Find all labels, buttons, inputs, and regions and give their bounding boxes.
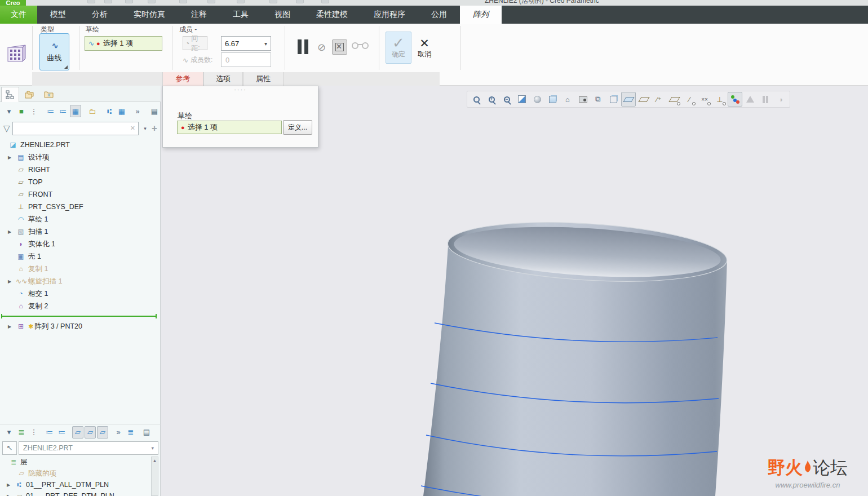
shading-style-button[interactable]	[530, 92, 544, 107]
expand-arrow-icon[interactable]: ▶	[8, 324, 16, 329]
display-style-button[interactable]	[545, 92, 560, 107]
point-display-toggle[interactable]: ××	[697, 92, 712, 107]
search-dropdown-arrow[interactable]: ▾	[141, 122, 149, 135]
plane-tag-display-toggle[interactable]	[667, 92, 681, 107]
tab-live-sim[interactable]: 实时仿真	[121, 6, 178, 24]
panel-sketch-collector[interactable]: ● 选择 1 项	[177, 121, 282, 134]
layer-root[interactable]: ≣ 层	[0, 457, 152, 468]
expand-arrow-icon[interactable]: ▶	[7, 482, 14, 488]
layer-collapse-all[interactable]: ≔	[56, 426, 68, 439]
collapse-all-button[interactable]: ≔	[57, 105, 69, 117]
layers-stack-icon[interactable]: ≣	[16, 426, 27, 439]
quick-access-icon[interactable]	[179, 0, 187, 3]
no-preview-icon[interactable]: ⊘	[317, 41, 326, 54]
pause-display-button[interactable]	[758, 92, 773, 107]
tree-item-sketch1[interactable]: ◠ 草绘 1	[0, 213, 160, 225]
csys-display-toggle[interactable]: ⊥	[712, 92, 727, 107]
zoom-refit-button[interactable]	[469, 92, 484, 107]
tab-model[interactable]: 模型	[37, 6, 79, 24]
layer-scrollbar[interactable]: ▲	[151, 457, 158, 496]
tree-item-intersect1[interactable]: ◔ 相交 1	[0, 287, 160, 300]
expand-arrow-icon[interactable]: ▶	[8, 155, 16, 160]
zoom-out-button[interactable]: −	[499, 92, 514, 107]
layer-def-dtm-pln[interactable]: ▶ ▱ 01___PRT_DEF_DTM_PLN	[0, 490, 152, 496]
pattern-type-icon[interactable]	[5, 43, 27, 65]
previous-view-button[interactable]: ◑	[773, 92, 788, 107]
spin-center-toggle[interactable]	[728, 92, 742, 107]
scope-dropdown-arrow[interactable]: ▾	[151, 445, 154, 451]
layer-hidden-toggle[interactable]: ▱	[97, 426, 108, 439]
tree-item-csys[interactable]: ⊥ PRT_CSYS_DEF	[0, 201, 160, 213]
perspective-view-button[interactable]	[606, 92, 621, 107]
layer-show-toggle[interactable]: ▱	[72, 426, 83, 439]
view-normal-button[interactable]: ⧉	[591, 92, 605, 107]
define-button[interactable]: 定义...	[283, 120, 312, 135]
select-cursor-icon[interactable]: ↖	[2, 441, 17, 455]
favorites-tab[interactable]: ✳	[39, 87, 57, 102]
saved-orientations-button[interactable]: ⌂	[560, 92, 575, 107]
expand-all-button[interactable]: ≔	[45, 105, 56, 117]
tree-table-button[interactable]: ▦	[116, 105, 127, 117]
clear-search-icon[interactable]: ✕	[130, 125, 135, 132]
expand-arrow-icon[interactable]: ▶	[8, 229, 16, 234]
show-cube-icon[interactable]: ■	[16, 105, 27, 117]
layer-hidden-items[interactable]: ▱ 隐藏的项	[0, 468, 152, 479]
tab-references[interactable]: 参考	[162, 72, 203, 86]
expand-arrow-icon[interactable]: ▶	[8, 279, 16, 284]
repaint-button[interactable]	[515, 92, 529, 107]
tab-options[interactable]: 选项	[203, 72, 243, 86]
plane-display-toggle[interactable]	[621, 92, 636, 107]
tree-filter-button[interactable]: ⑆	[104, 105, 115, 117]
panel-drag-handle[interactable]: ····	[163, 86, 318, 93]
layer-expand-all[interactable]: ≔	[44, 426, 55, 439]
tab-view[interactable]: 视图	[262, 6, 303, 24]
layer-settings-arrow[interactable]: ▾	[3, 426, 15, 439]
quick-access-icon[interactable]	[269, 0, 277, 3]
quick-access-icon[interactable]	[87, 0, 95, 3]
layer-list-button[interactable]: ≣	[125, 426, 136, 439]
tree-item-solidify1[interactable]: ◗ 实体化 1	[0, 238, 160, 250]
axis-display-toggle[interactable]: ⁄	[682, 92, 697, 107]
tab-flexible-modeling[interactable]: 柔性建模	[303, 6, 361, 24]
tree-item-top[interactable]: ▱ TOP	[0, 176, 160, 188]
datum-tag-display-button[interactable]: ⁄⁺	[652, 92, 666, 107]
tree-item-sweep1[interactable]: ▶ ▧ 扫描 1	[0, 225, 160, 238]
tree-item-copy1-suppressed[interactable]: ⌂ 复制 1	[0, 263, 160, 275]
tree-root[interactable]: ◪ ZHENLIE2.PRT	[0, 139, 160, 151]
quick-access-icon[interactable]	[104, 0, 112, 3]
tab-annotate[interactable]: 注释	[178, 6, 220, 24]
tab-applications[interactable]: 应用程序	[361, 6, 418, 24]
layer-all-dtm-pln[interactable]: ▶ ⑆ 01__PRT_ALL_DTM_PLN	[0, 479, 152, 490]
folder-browser-tab[interactable]	[20, 87, 38, 102]
tab-analysis[interactable]: 分析	[79, 6, 121, 24]
add-filter-button[interactable]: +	[152, 123, 157, 134]
toolbar-overflow-button[interactable]: »	[132, 105, 143, 117]
zoom-in-button[interactable]: +	[484, 92, 499, 107]
tree-item-design-items[interactable]: ▶ ▤ 设计项	[0, 151, 160, 163]
layer-scope-combo[interactable]: ZHENLIE2.PRT ▾	[19, 441, 158, 455]
quick-access-icon[interactable]	[237, 0, 245, 3]
cancel-button[interactable]: ✕ 取消	[414, 34, 435, 62]
member-count-input[interactable]: 0	[221, 52, 271, 67]
tab-tools[interactable]: 工具	[220, 6, 262, 24]
annotation-display-button[interactable]	[743, 92, 758, 107]
tab-common[interactable]: 公用	[418, 6, 460, 24]
sketch-collector-field[interactable]: ∿ ● 选择 1 项	[85, 36, 162, 51]
layer-overflow-button[interactable]: »	[113, 426, 124, 439]
spacing-value-dropdown[interactable]: 6.67 ▾	[221, 36, 271, 51]
view-capture-button[interactable]	[575, 92, 590, 107]
dropdown-arrow-icon[interactable]: ▾	[264, 41, 267, 47]
curve-pattern-button[interactable]: ∿ 曲线	[39, 33, 69, 70]
quick-access-icon[interactable]	[125, 0, 133, 3]
ok-button[interactable]: ✓ 确定	[386, 32, 411, 64]
layer-doc-button[interactable]: ▤	[141, 426, 152, 439]
datum-display-button[interactable]	[636, 92, 651, 107]
tree-item-shell1[interactable]: ▣ 壳 1	[0, 250, 160, 263]
verify-toggle-button[interactable]: ✕	[332, 39, 347, 55]
tree-settings-arrow[interactable]: ▾	[3, 105, 15, 117]
tree-item-helical-sweep1-suppressed[interactable]: ▶ ∿∿ 螺旋扫描 1	[0, 275, 160, 287]
quick-access-icon[interactable]	[296, 0, 304, 3]
tab-pattern-active[interactable]: 阵列	[460, 6, 502, 24]
tree-search-input[interactable]: ✕	[12, 122, 139, 135]
quick-access-icon[interactable]	[321, 0, 329, 3]
